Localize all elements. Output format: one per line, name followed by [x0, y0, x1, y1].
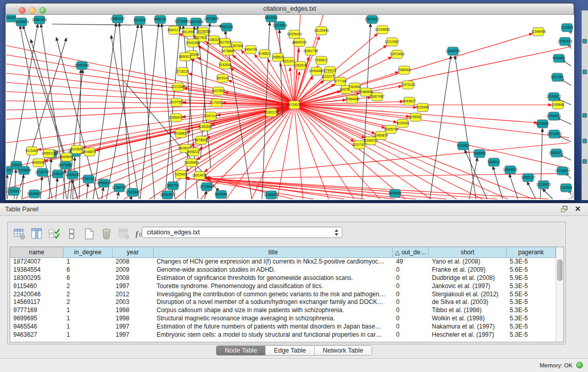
cell-out_degree[interactable]: 0 [393, 266, 429, 274]
graph-node[interactable]: 10807487 [370, 93, 385, 101]
cell-pagerank[interactable]: 5.3E-5 [507, 315, 556, 323]
graph-node[interactable]: 8678832 [195, 136, 208, 144]
cell-short[interactable]: Dudbridge et al. (2008) [429, 274, 507, 282]
cell-year[interactable]: 2003 [113, 298, 154, 307]
graph-node[interactable]: 12923448 [125, 188, 140, 196]
cell-out_degree[interactable]: 0 [393, 323, 429, 331]
graph-node[interactable]: 8660123 [168, 26, 181, 34]
graph-node[interactable]: 11353594 [198, 123, 212, 131]
tab-network-table[interactable]: Network Table [315, 346, 372, 355]
graph-node[interactable]: 16782759 [112, 184, 127, 192]
graph-node[interactable]: 19384554 [264, 191, 279, 199]
graph-node[interactable]: 12342757 [35, 168, 50, 177]
cell-short[interactable]: Stergiakouli et al. (2012) [429, 291, 507, 299]
cell-in_degree[interactable]: 1 [63, 307, 113, 315]
graph-node[interactable]: 16914479 [192, 171, 207, 180]
cell-year[interactable]: 2008 [113, 274, 154, 282]
cell-pagerank[interactable]: 5.3E-5 [507, 282, 556, 291]
cell-out_degree[interactable]: 0 [393, 307, 429, 315]
cell-title[interactable]: Estimation of the future numbers of pati… [154, 323, 393, 331]
graph-node[interactable]: 10975887 [58, 161, 73, 169]
graph-node[interactable]: 14035574 [14, 18, 29, 26]
show-columns-icon[interactable] [30, 227, 43, 240]
graph-node[interactable]: 19892971 [549, 149, 564, 157]
graph-node[interactable]: 9146821 [258, 50, 271, 58]
graph-node[interactable]: 9227343 [551, 73, 564, 81]
graph-node[interactable]: 8195493 [397, 119, 409, 127]
graph-node[interactable]: 10543382 [186, 39, 201, 47]
cell-title[interactable]: Structural magnetic resonance image aver… [154, 315, 393, 323]
graph-node[interactable]: 9827508 [219, 38, 232, 47]
graph-node[interactable]: 16107427 [352, 141, 367, 149]
cell-title[interactable]: Embryonic stem cells: a model to study s… [154, 331, 393, 339]
table-row[interactable]: 946362711997Embryonic stem cells: a mode… [10, 331, 556, 339]
graph-node[interactable]: 7955812 [315, 56, 328, 64]
table-row[interactable]: 1872400712008Changes of HCN gene express… [10, 258, 556, 266]
select-rows-icon[interactable] [48, 227, 61, 240]
graph-node[interactable]: 19166829 [173, 129, 188, 138]
cell-name[interactable]: 18300295 [10, 274, 63, 282]
graph-node[interactable]: 2718120 [177, 68, 189, 76]
graph-node[interactable]: 9155489 [417, 103, 429, 112]
graph-node[interactable]: 16039469 [184, 159, 199, 167]
graph-node[interactable]: 8912955 [182, 28, 195, 36]
graph-node[interactable]: 17016504 [555, 167, 570, 175]
cell-title[interactable]: Changes of HCN gene expression and I(f) … [154, 258, 393, 266]
graph-node[interactable]: 16671358 [189, 18, 204, 26]
cell-short[interactable]: Franke et al. (2009) [429, 266, 507, 274]
column-header-short[interactable]: short [429, 247, 507, 257]
graph-node[interactable]: 1595848 [552, 101, 564, 109]
graph-node[interactable]: 15751074 [558, 37, 573, 46]
column-header-name[interactable]: name [10, 247, 63, 257]
graph-node[interactable]: 10644522 [503, 166, 518, 174]
cell-name[interactable]: 22420046 [10, 291, 63, 299]
graph-node[interactable]: 12093872 [547, 93, 561, 101]
cell-year[interactable]: 2012 [113, 291, 154, 299]
graph-node[interactable]: 10719185 [175, 17, 189, 26]
graph-node[interactable]: 7485063 [398, 66, 411, 74]
graph-node[interactable]: 16210643 [547, 130, 562, 138]
graph-node[interactable]: 20053346 [75, 61, 90, 70]
graph-node[interactable]: 9890617 [179, 53, 192, 61]
graph-node[interactable]: 25300275 [264, 108, 279, 117]
graph-node[interactable]: 12213967 [385, 38, 400, 46]
graph-node[interactable]: 13975125 [401, 81, 416, 89]
graph-node[interactable]: 20691406 [32, 16, 47, 24]
window-titlebar[interactable]: citations_edges.txt [6, 4, 574, 15]
cell-year[interactable]: 1998 [113, 307, 154, 315]
graph-node[interactable]: 20876052 [365, 15, 380, 24]
graph-node[interactable]: 9242848 [219, 61, 232, 69]
graph-node[interactable]: 19904485 [309, 67, 324, 75]
cell-pagerank[interactable]: 5.5E-5 [507, 291, 556, 299]
cell-title[interactable]: Corpus callosum shape and size in male p… [154, 307, 393, 315]
cell-out_degree[interactable]: 0 [393, 274, 429, 282]
cell-name[interactable]: 9777169 [10, 307, 63, 315]
graph-node[interactable]: 10973493 [390, 50, 405, 58]
cell-title[interactable]: Disruption of a novel member of a sodium… [154, 298, 393, 307]
graph-node[interactable]: 10654975 [169, 114, 184, 122]
graph-node[interactable]: 9115460 [26, 147, 38, 155]
graph-node[interactable]: 9465546 [473, 149, 486, 158]
cell-year[interactable]: 1997 [113, 282, 154, 291]
graph-node[interactable]: 6466160 [154, 15, 167, 24]
cell-in_degree[interactable]: 2 [63, 298, 113, 307]
float-panel-icon[interactable] [560, 206, 569, 213]
graph-node[interactable]: 16961758 [303, 47, 318, 55]
graph-node[interactable]: 14569117 [521, 173, 535, 182]
import-table-icon[interactable] [117, 227, 130, 240]
graph-node[interactable]: 2803144 [216, 74, 229, 82]
graph-node[interactable]: 9465546 [215, 190, 228, 199]
graph-node[interactable]: 1167533 [560, 184, 573, 192]
table-row[interactable]: 2242004622012Investigating the contribut… [10, 291, 556, 299]
table-vertical-scrollbar[interactable] [556, 247, 563, 342]
graph-node[interactable]: 9245012 [488, 158, 500, 166]
cell-in_degree[interactable]: 1 [63, 323, 113, 331]
graph-node[interactable]: 9857791 [167, 182, 180, 190]
column-header-pagerank[interactable]: pagerank [507, 247, 556, 257]
tab-edge-table[interactable]: Edge Table [266, 346, 314, 355]
memory-ok-indicator[interactable] [576, 362, 583, 368]
cell-name[interactable]: 9115460 [10, 282, 63, 291]
graph-node[interactable]: 8215955 [536, 120, 549, 128]
network-table-select[interactable]: citations_edges.txt [142, 227, 342, 238]
cell-year[interactable]: 2008 [113, 258, 154, 266]
